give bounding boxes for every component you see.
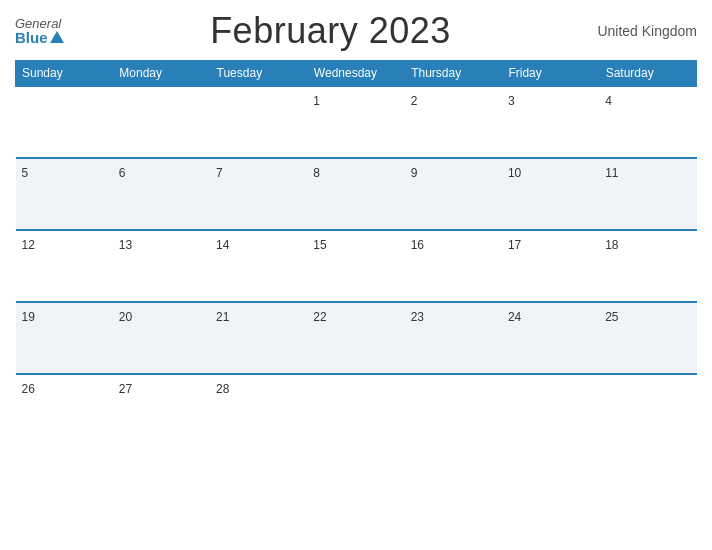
day-number: 27 <box>119 382 132 396</box>
day-number: 12 <box>22 238 35 252</box>
calendar-cell: 10 <box>502 158 599 230</box>
calendar-cell: 16 <box>405 230 502 302</box>
day-number: 26 <box>22 382 35 396</box>
calendar-cell: 6 <box>113 158 210 230</box>
logo-blue-text: Blue <box>15 30 64 45</box>
day-number: 23 <box>411 310 424 324</box>
calendar-cell <box>599 374 696 446</box>
calendar-cell <box>405 374 502 446</box>
region-label: United Kingdom <box>597 23 697 39</box>
header-wednesday: Wednesday <box>307 61 404 87</box>
day-number: 21 <box>216 310 229 324</box>
day-number: 22 <box>313 310 326 324</box>
calendar-cell: 28 <box>210 374 307 446</box>
day-number: 1 <box>313 94 320 108</box>
day-number: 24 <box>508 310 521 324</box>
day-number: 2 <box>411 94 418 108</box>
day-number: 18 <box>605 238 618 252</box>
calendar-cell: 23 <box>405 302 502 374</box>
calendar-cell <box>502 374 599 446</box>
day-number: 10 <box>508 166 521 180</box>
header-sunday: Sunday <box>16 61 113 87</box>
calendar-cell: 5 <box>16 158 113 230</box>
calendar-grid: Sunday Monday Tuesday Wednesday Thursday… <box>15 60 697 446</box>
calendar-cell: 9 <box>405 158 502 230</box>
calendar-cell: 21 <box>210 302 307 374</box>
calendar-header: General Blue February 2023 United Kingdo… <box>15 10 697 52</box>
calendar-container: General Blue February 2023 United Kingdo… <box>0 0 712 550</box>
calendar-cell: 14 <box>210 230 307 302</box>
calendar-cell: 25 <box>599 302 696 374</box>
day-number: 14 <box>216 238 229 252</box>
logo-triangle-icon <box>50 31 64 43</box>
calendar-cell: 19 <box>16 302 113 374</box>
day-number: 4 <box>605 94 612 108</box>
day-number: 11 <box>605 166 618 180</box>
calendar-cell: 13 <box>113 230 210 302</box>
calendar-cell: 1 <box>307 86 404 158</box>
header-tuesday: Tuesday <box>210 61 307 87</box>
week-row-3: 12131415161718 <box>16 230 697 302</box>
calendar-cell: 24 <box>502 302 599 374</box>
calendar-cell <box>307 374 404 446</box>
header-saturday: Saturday <box>599 61 696 87</box>
calendar-title: February 2023 <box>210 10 451 52</box>
calendar-cell: 12 <box>16 230 113 302</box>
calendar-cell: 20 <box>113 302 210 374</box>
week-row-5: 262728 <box>16 374 697 446</box>
calendar-cell: 2 <box>405 86 502 158</box>
calendar-cell: 22 <box>307 302 404 374</box>
calendar-cell: 18 <box>599 230 696 302</box>
header-friday: Friday <box>502 61 599 87</box>
calendar-cell: 15 <box>307 230 404 302</box>
day-headers-row: Sunday Monday Tuesday Wednesday Thursday… <box>16 61 697 87</box>
calendar-cell: 11 <box>599 158 696 230</box>
day-number: 20 <box>119 310 132 324</box>
calendar-cell: 17 <box>502 230 599 302</box>
day-number: 9 <box>411 166 418 180</box>
calendar-cell: 27 <box>113 374 210 446</box>
calendar-cell <box>113 86 210 158</box>
day-number: 3 <box>508 94 515 108</box>
calendar-cell: 3 <box>502 86 599 158</box>
calendar-cell: 7 <box>210 158 307 230</box>
day-number: 8 <box>313 166 320 180</box>
day-number: 28 <box>216 382 229 396</box>
logo: General Blue <box>15 17 64 45</box>
calendar-cell <box>210 86 307 158</box>
week-row-2: 567891011 <box>16 158 697 230</box>
day-number: 13 <box>119 238 132 252</box>
day-number: 19 <box>22 310 35 324</box>
day-number: 25 <box>605 310 618 324</box>
day-number: 17 <box>508 238 521 252</box>
header-monday: Monday <box>113 61 210 87</box>
day-number: 16 <box>411 238 424 252</box>
calendar-cell: 4 <box>599 86 696 158</box>
day-number: 7 <box>216 166 223 180</box>
day-number: 5 <box>22 166 29 180</box>
header-thursday: Thursday <box>405 61 502 87</box>
week-row-4: 19202122232425 <box>16 302 697 374</box>
day-number: 15 <box>313 238 326 252</box>
week-row-1: 1234 <box>16 86 697 158</box>
day-number: 6 <box>119 166 126 180</box>
calendar-cell <box>16 86 113 158</box>
calendar-cell: 26 <box>16 374 113 446</box>
calendar-cell: 8 <box>307 158 404 230</box>
